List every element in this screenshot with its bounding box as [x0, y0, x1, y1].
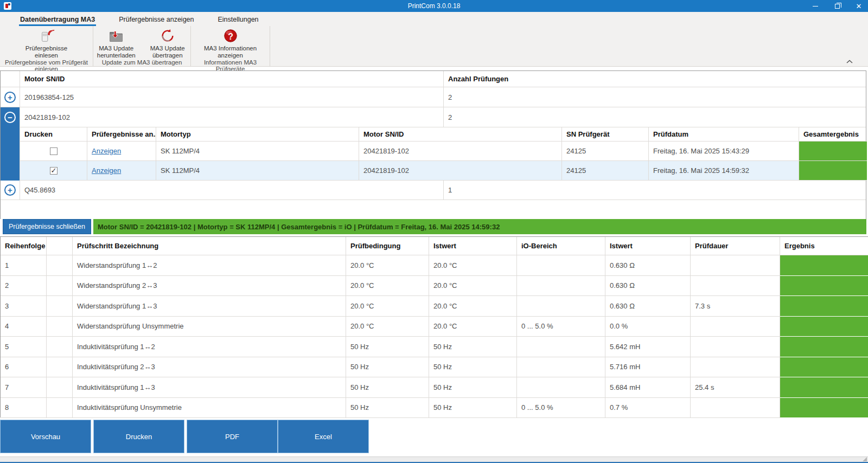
- istwert2-value: 0.630 Ω: [605, 276, 691, 297]
- table-row[interactable]: 7 Induktivitätsprüfung 1↔3 50 Hz 50 Hz 5…: [1, 377, 868, 398]
- window-title: PrintCom 3.0.0.18: [0, 2, 868, 10]
- pruefergebnisse-schliessen-button[interactable]: Prüfergebnisse schließen: [3, 219, 91, 234]
- column-header-reihenfolge[interactable]: Reihenfolge: [1, 237, 47, 255]
- table-row[interactable]: 1 Widerstandsprüfung 1↔2 20.0 °C 20.0 °C…: [1, 255, 868, 276]
- pdf-button[interactable]: PDF: [187, 420, 278, 453]
- column-header-ergebnis[interactable]: Ergebnis: [780, 237, 868, 255]
- ma3-informationen-anzeigen-button[interactable]: ? MA3 Informationen anzeigen: [201, 28, 260, 59]
- motor-snid-value: Q45.8693: [20, 181, 444, 200]
- pruefdauer-value: [691, 255, 780, 276]
- column-header-drucken[interactable]: Drucken: [20, 127, 87, 142]
- table-row[interactable]: + 201963854-125 2: [1, 87, 866, 107]
- help-icon: ?: [222, 28, 239, 44]
- column-header-pruefbedingung[interactable]: Prüfbedingung: [346, 237, 429, 255]
- drucken-checkbox[interactable]: [50, 147, 58, 155]
- tab-datenuebertragung-ma3[interactable]: Datenübertragung MA3: [19, 14, 96, 26]
- blank-cell: [47, 337, 73, 357]
- column-header-istwert-1[interactable]: Istwert: [429, 237, 517, 255]
- close-button[interactable]: ✕: [855, 2, 863, 10]
- pruefschritt-value: Widerstandsprüfung 1↔3: [73, 296, 346, 317]
- pruefergebnisse-einlesen-button[interactable]: Prüfergebnisse einlesen: [22, 28, 72, 59]
- reihenfolge-value: 3: [1, 296, 47, 317]
- ma3-update-uebertragen-button[interactable]: MA3 Update übertragen: [145, 28, 191, 59]
- ergebnis-status-badge: [780, 296, 868, 317]
- column-header-motor-snid[interactable]: Motor SN/ID: [359, 127, 562, 142]
- reihenfolge-value: 4: [1, 317, 47, 337]
- column-header-pruefdatum[interactable]: Prüfdatum: [649, 127, 799, 142]
- pruefdauer-value: [691, 398, 780, 419]
- collapse-ribbon-button[interactable]: [846, 60, 853, 64]
- table-row[interactable]: Anzeigen SK 112MP/4 20421819-102 24125 F…: [1, 161, 866, 181]
- pruefbedingung-value: 20.0 °C: [346, 317, 429, 337]
- excel-button[interactable]: Excel: [278, 420, 369, 453]
- io-bereich-value: [517, 357, 605, 378]
- minimize-button[interactable]: [812, 2, 819, 10]
- blank-cell: [47, 296, 73, 317]
- expander-gutter: [1, 127, 20, 142]
- expander-header-cell: [1, 71, 20, 87]
- table-row[interactable]: 6 Induktivitätsprüfung 2↔3 50 Hz 50 Hz 5…: [1, 357, 868, 378]
- table-row[interactable]: 8 Induktivitätsprüfung Unsymmetrie 50 Hz…: [1, 398, 868, 419]
- vorschau-button[interactable]: Vorschau: [0, 420, 91, 453]
- pruefbedingung-value: 50 Hz: [346, 377, 429, 398]
- ma3-update-herunterladen-button[interactable]: MA3 Update herunterladen: [93, 28, 139, 59]
- anzeigen-link[interactable]: Anzeigen: [92, 147, 121, 155]
- sn-pruefgeraet-value: 24125: [562, 161, 649, 181]
- anzeigen-link[interactable]: Anzeigen: [92, 166, 121, 175]
- steps-table-header: Reihenfolge Prüfschritt Bezeichnung Prüf…: [1, 237, 868, 255]
- table-row[interactable]: 3 Widerstandsprüfung 1↔3 20.0 °C 20.0 °C…: [1, 296, 868, 317]
- reihenfolge-value: 8: [1, 398, 47, 419]
- column-header-blank[interactable]: [47, 237, 73, 255]
- column-header-gesamtergebnis[interactable]: Gesamtergebnis: [799, 127, 867, 142]
- restore-icon: [835, 4, 840, 9]
- expander-cell[interactable]: +: [1, 181, 20, 200]
- io-bereich-value: 0 ... 5.0 %: [517, 317, 605, 337]
- table-row[interactable]: 2 Widerstandsprüfung 2↔3 20.0 °C 20.0 °C…: [1, 276, 868, 297]
- expander-gutter: [1, 161, 20, 181]
- column-header-io-bereich[interactable]: iO-Bereich: [517, 237, 605, 255]
- tab-pruefergebnisse-anzeigen[interactable]: Prüfergebnisse anzeigen: [118, 14, 195, 26]
- pruefdauer-value: [691, 317, 780, 337]
- table-row[interactable]: − 20421819-102 2: [1, 107, 866, 127]
- table-row[interactable]: + Q45.8693 1: [1, 181, 866, 200]
- expander-gutter: [1, 142, 20, 161]
- pruefdauer-value: 7.3 s: [691, 296, 780, 317]
- istwert2-value: 0.7 %: [605, 398, 691, 419]
- device-signal-icon: [39, 28, 55, 44]
- expand-plus-icon: +: [4, 184, 16, 196]
- io-bereich-value: [517, 255, 605, 276]
- sync-icon: [159, 28, 176, 44]
- expander-cell[interactable]: +: [1, 87, 20, 107]
- expander-cell[interactable]: −: [1, 107, 20, 127]
- pruefschritt-value: Induktivitätsprüfung 1↔2: [73, 337, 346, 357]
- column-header-motortyp[interactable]: Motortyp: [156, 127, 359, 142]
- column-header-pruefdauer[interactable]: Prüfdauer: [691, 237, 780, 255]
- table-row[interactable]: Anzeigen SK 112MP/4 20421819-102 24125 F…: [1, 142, 866, 161]
- tab-einstellungen[interactable]: Einstellungen: [217, 14, 260, 26]
- ribbon-button-label: MA3 Update übertragen: [145, 45, 191, 59]
- table-row[interactable]: 5 Induktivitätsprüfung 1↔2 50 Hz 50 Hz 5…: [1, 337, 868, 357]
- reihenfolge-value: 5: [1, 337, 47, 357]
- ergebnis-status-badge: [780, 357, 868, 378]
- istwert1-value: 50 Hz: [429, 377, 517, 398]
- column-header-pruefergebnisse-an[interactable]: Prüfergebnisse an...: [87, 127, 156, 142]
- column-header-sn-pruefgeraet[interactable]: SN Prüfgerät: [562, 127, 649, 142]
- resize-grip-icon[interactable]: [863, 457, 867, 461]
- column-header-motor-snid[interactable]: Motor SN/ID: [20, 71, 444, 87]
- gesamtergebnis-status-badge: [799, 161, 867, 181]
- column-header-istwert-2[interactable]: Istwert: [605, 237, 691, 255]
- istwert2-value: 0.630 Ω: [605, 255, 691, 276]
- restore-button[interactable]: [833, 2, 841, 10]
- io-bereich-value: 0 ... 5.0 %: [517, 398, 605, 419]
- column-header-pruefschritt[interactable]: Prüfschritt Bezeichnung: [73, 237, 346, 255]
- drucken-button[interactable]: Drucken: [93, 420, 184, 453]
- ribbon-group-update: MA3 Update herunterladen MA3 Update über…: [93, 26, 191, 67]
- motor-snid-value: 201963854-125: [20, 87, 444, 107]
- table-row[interactable]: 4 Widerstandsprüfung Unsymmetrie 20.0 °C…: [1, 317, 868, 337]
- pruefdatum-value: Freitag, 16. Mai 2025 15:43:29: [649, 142, 799, 161]
- blank-cell: [47, 276, 73, 297]
- column-header-anzahl-pruefungen[interactable]: Anzahl Prüfungen: [444, 71, 866, 87]
- sn-pruefgeraet-value: 24125: [562, 142, 649, 161]
- drucken-cell: [20, 142, 87, 161]
- drucken-checkbox[interactable]: [50, 167, 58, 175]
